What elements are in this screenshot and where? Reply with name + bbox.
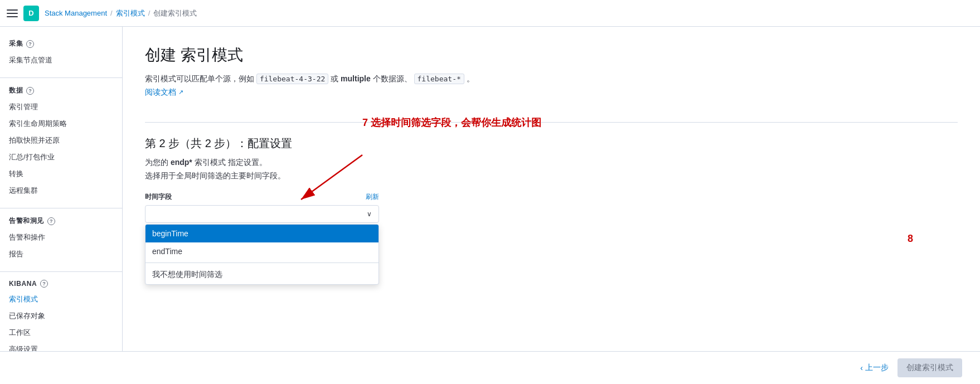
back-chevron-icon: ‹ bbox=[860, 363, 863, 372]
chevron-down-icon: ∨ bbox=[367, 210, 372, 218]
sidebar-section-data: 数据 ? 索引管理 索引生命周期策略 拍取快照并还原 汇总/打包作业 转换 远程… bbox=[0, 82, 122, 199]
sidebar-item-advanced-settings[interactable]: 高级设置 bbox=[0, 341, 122, 351]
refresh-link[interactable]: 刷新 bbox=[366, 192, 379, 202]
dropdown-wrapper: ∨ beginTime endTime 我不想使用时间筛选 bbox=[145, 205, 379, 223]
logo-badge: D bbox=[23, 6, 39, 21]
dropdown-menu: beginTime endTime 我不想使用时间筛选 bbox=[145, 224, 379, 285]
alerts-help-icon[interactable]: ? bbox=[47, 217, 55, 225]
breadcrumb: Stack Management / 索引模式 / 创建索引模式 bbox=[45, 8, 197, 18]
section-divider bbox=[145, 122, 958, 123]
sidebar-item-remote-cluster[interactable]: 远程集群 bbox=[0, 182, 122, 199]
sidebar-divider-2 bbox=[0, 208, 122, 208]
annotation-7: 7 选择时间筛选字段，会帮你生成统计图 bbox=[362, 116, 541, 129]
page-title: 创建 索引模式 bbox=[145, 45, 958, 66]
content-area: 创建 索引模式 索引模式可以匹配单个源，例如 filebeat-4-3-22 或… bbox=[123, 27, 980, 351]
step-title: 第 2 步（共 2 步）：配置设置 bbox=[145, 136, 958, 151]
sidebar-item-transform[interactable]: 转换 bbox=[0, 166, 122, 182]
time-field-dropdown[interactable]: ∨ bbox=[145, 205, 379, 223]
sidebar-item-ilm[interactable]: 索引生命周期策略 bbox=[0, 115, 122, 132]
dropdown-item-begintime[interactable]: beginTime bbox=[145, 225, 379, 242]
field-row: 时间字段 刷新 bbox=[145, 192, 379, 202]
sidebar-item-index-management[interactable]: 索引管理 bbox=[0, 99, 122, 115]
sidebar-item-reports[interactable]: 报告 bbox=[0, 246, 122, 263]
sidebar-divider-1 bbox=[0, 77, 122, 78]
sidebar: 采集 ? 采集节点管道 数据 ? 索引管理 索引生命周期策略 拍取快照并还原 汇… bbox=[0, 27, 123, 351]
data-section-label: 数据 bbox=[9, 86, 23, 95]
sidebar-item-index-patterns[interactable]: 索引模式 bbox=[0, 291, 122, 308]
sidebar-item-saved-objects[interactable]: 已保存对象 bbox=[0, 308, 122, 324]
sidebar-item-rollup[interactable]: 汇总/打包作业 bbox=[0, 149, 122, 166]
hamburger-menu[interactable] bbox=[7, 8, 18, 19]
breadcrumb-current: 创建索引模式 bbox=[153, 8, 197, 18]
top-nav: D Stack Management / 索引模式 / 创建索引模式 bbox=[0, 0, 980, 27]
sidebar-item-snapshot[interactable]: 拍取快照并还原 bbox=[0, 132, 122, 149]
dropdown-item-no-filter[interactable]: 我不想使用时间筛选 bbox=[145, 265, 379, 284]
collect-section-label: 采集 bbox=[9, 39, 23, 48]
step-sub: 选择用于全局时间筛选的主要时间字段。 bbox=[145, 171, 958, 181]
sidebar-section-collect: 采集 ? 采集节点管道 bbox=[0, 36, 122, 69]
dropdown-item-endtime[interactable]: endTime bbox=[145, 242, 379, 260]
sidebar-item-collect-pipeline[interactable]: 采集节点管道 bbox=[0, 52, 122, 69]
create-index-pattern-button[interactable]: 创建索引模式 bbox=[897, 358, 962, 377]
sidebar-item-workspace[interactable]: 工作区 bbox=[0, 324, 122, 341]
alerts-section-label: 告警和洞见 bbox=[9, 216, 44, 226]
data-help-icon[interactable]: ? bbox=[26, 87, 34, 95]
step-description: 为您的 endp* 索引模式 指定设置。 bbox=[145, 158, 958, 168]
sidebar-section-alerts: 告警和洞见 ? 告警和操作 报告 bbox=[0, 213, 122, 263]
breadcrumb-index-patterns[interactable]: 索引模式 bbox=[116, 8, 145, 18]
kibana-section-label: Kibana bbox=[9, 280, 37, 288]
sidebar-section-kibana: Kibana ? 索引模式 已保存对象 工作区 高级设置 bbox=[0, 276, 122, 351]
page-description: 索引模式可以匹配单个源，例如 filebeat-4-3-22 或 multipl… bbox=[145, 72, 958, 85]
field-label: 时间字段 bbox=[145, 192, 172, 202]
back-button[interactable]: ‹ 上一步 bbox=[860, 363, 889, 373]
collect-help-icon[interactable]: ? bbox=[26, 40, 34, 48]
dropdown-separator bbox=[145, 263, 379, 263]
footer-bar: ‹ 上一步 创建索引模式 bbox=[0, 351, 980, 384]
doc-link[interactable]: 阅读文档 bbox=[145, 88, 183, 98]
sidebar-divider-3 bbox=[0, 271, 122, 272]
breadcrumb-stack-management[interactable]: Stack Management bbox=[45, 9, 107, 17]
sidebar-item-alerts[interactable]: 告警和操作 bbox=[0, 229, 122, 246]
annotation-8: 8 bbox=[908, 233, 913, 245]
kibana-help-icon[interactable]: ? bbox=[40, 280, 48, 288]
